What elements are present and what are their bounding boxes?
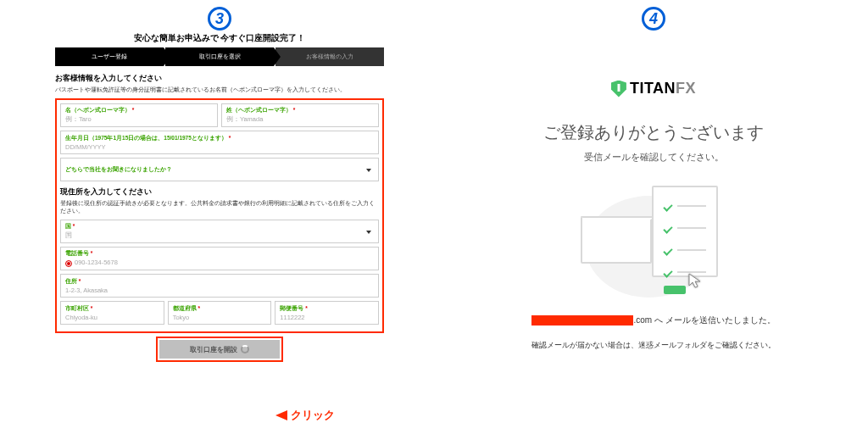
envelope-icon	[581, 216, 652, 264]
titanfx-logo: TITANFX	[439, 80, 868, 97]
progress-step-3: お客様情報の入力	[275, 47, 384, 66]
phone-field[interactable]: 電話番号 090-1234-5678	[60, 247, 379, 270]
custinfo-sub: パスポートや運転免許証等の身分証明書に記載されているお名前（ヘボン式ローマ字）を…	[55, 86, 384, 94]
progress-steps: ユーザー登録 取引口座を選択 お客様情報の入力	[55, 47, 384, 66]
step-badge-4: 4	[642, 7, 665, 31]
check-icon	[663, 268, 672, 277]
cursor-icon	[687, 272, 704, 292]
thanks-subtitle: 受信メールを確認してください。	[439, 151, 868, 164]
custinfo-title: お客様情報を入力してください	[55, 73, 384, 84]
redacted-email	[531, 315, 633, 326]
spam-note: 確認メールが届かない場合は、迷惑メールフォルダをご確認ください。	[439, 340, 868, 351]
svg-marker-0	[689, 274, 700, 287]
check-icon	[663, 224, 672, 233]
city-field[interactable]: 市町村区 Chiyoda-ku	[60, 301, 164, 325]
address-sub: 登録後に現住所の認証手続きが必要となります。公共料金の請求書や銀行の利用明細に記…	[60, 200, 379, 215]
sent-email-line: .com へ メールを送信いたしました。	[439, 314, 868, 326]
address-title: 現住所を入力してください	[60, 186, 379, 198]
progress-step-2: 取引口座を選択	[165, 47, 274, 66]
headline: 安心な簡単お申込みで 今すぐ口座開設完了！	[0, 32, 439, 44]
address-field[interactable]: 住所 1-2-3, Akasaka	[60, 274, 379, 298]
thanks-title: ご登録ありがとうございます	[439, 121, 868, 144]
country-select[interactable]: 国 国	[60, 220, 379, 243]
state-field[interactable]: 都道府県 Tokyo	[168, 301, 272, 325]
jp-flag-icon	[65, 260, 72, 267]
document-icon	[652, 186, 718, 277]
submit-frame: 取引口座を開設	[156, 337, 283, 362]
shield-icon	[611, 81, 626, 97]
dob-field[interactable]: 生年月日（1975年1月15日の場合は、15/01/1975となります） DD/…	[60, 131, 379, 154]
spinner-icon	[241, 345, 249, 353]
step-badge-3: 3	[208, 7, 231, 31]
custinfo-frame: 名（ヘボン式ローマ字） 例：Taro 姓（ヘボン式ローマ字） 例：Yamada …	[55, 98, 384, 333]
last-name-field[interactable]: 姓（ヘボン式ローマ字） 例：Yamada	[221, 103, 379, 127]
zip-field[interactable]: 郵便番号 1112222	[275, 301, 379, 325]
progress-step-1: ユーザー登録	[55, 47, 164, 66]
mail-illustration	[577, 179, 730, 298]
check-icon	[663, 202, 672, 211]
hear-about-select[interactable]: どちらで当社をお聞きになりましたか？	[60, 158, 379, 181]
click-annotation: クリック	[275, 408, 335, 423]
first-name-field[interactable]: 名（ヘボン式ローマ字） 例：Taro	[60, 103, 218, 127]
open-account-button[interactable]: 取引口座を開設	[159, 340, 280, 359]
check-icon	[663, 246, 672, 255]
